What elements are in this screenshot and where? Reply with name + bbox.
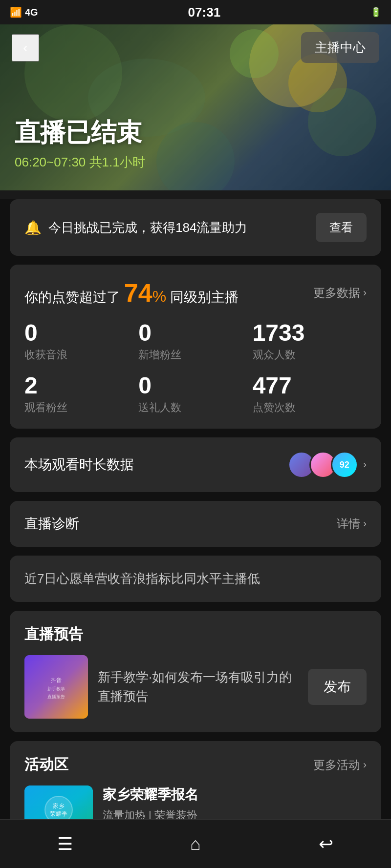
signal-icon: 📶 [10,6,22,18]
stat-item-5: 477 点赞次数 [253,374,367,415]
preview-tutorial-text: 新手教学·如何发布一场有吸引力的直播预告 [98,668,298,706]
preview-card: 直播预告 抖音 新手教学 直播预告 新手教学· [10,611,381,732]
diagnosis-title: 直播诊断 [24,515,79,533]
stat-value-4: 0 [138,374,252,397]
activity-name-0: 家乡荣耀季报名 [103,785,367,804]
stats-title-text: 你的点赞超过了 74% 同级别主播 [24,278,239,308]
stat-value-2: 1733 [253,321,367,345]
status-right: 🔋 [370,7,381,18]
live-time-info: 06:20~07:30 共1.1小时 [15,154,145,171]
warning-card: 近7日心愿单营收音浪指标比同水平主播低 [10,556,381,602]
svg-text:家乡: 家乡 [53,803,65,809]
stat-item-2: 1733 观众人数 [253,321,367,362]
stat-item-0: 0 收获音浪 [24,321,138,362]
hero-content: 直播已结束 06:20~07:30 共1.1小时 [15,116,145,171]
hero-section: ‹ 主播中心 直播已结束 06:20~07:30 共1.1小时 [0,24,391,190]
back-nav-icon: ↩ [319,834,333,854]
stat-value-3: 2 [24,374,138,397]
challenge-icon: 🔔 [24,220,42,236]
hero-nav: ‹ 主播中心 [0,24,391,71]
activity-chevron-icon: › [363,759,367,771]
status-bar: 📶 4G 07:31 🔋 [0,0,391,24]
status-time: 07:31 [188,5,221,20]
activity-header: 活动区 更多活动 › [24,755,367,775]
signal-text: 4G [25,7,38,18]
stats-card: 你的点赞超过了 74% 同级别主播 更多数据 › 0 收获音浪 0 新增粉丝 1… [10,265,381,429]
preview-content: 抖音 新手教学 直播预告 新手教学·如何发布一场有吸引力的直播预告 发布 [24,655,367,719]
status-left: 📶 4G [10,6,38,18]
preview-section-title: 直播预告 [24,624,367,644]
nav-menu-button[interactable]: ☰ [45,829,85,859]
view-challenge-button[interactable]: 查看 [316,213,367,242]
challenge-text: 🔔 今日挑战已完成，获得184流量助力 [24,219,247,236]
stat-value-0: 0 [24,321,138,345]
stat-value-5: 477 [253,374,367,397]
stats-header: 你的点赞超过了 74% 同级别主播 更多数据 › [24,278,367,308]
stats-percentage: 74 [124,279,152,307]
chevron-right-icon: › [363,287,367,299]
avatar-group: 92 [288,451,358,478]
diagnosis-chevron-icon: › [363,517,367,530]
publish-button[interactable]: 发布 [308,669,367,705]
stat-label-4: 送礼人数 [138,400,252,415]
svg-text:荣耀季: 荣耀季 [50,810,67,817]
diagnosis-card: 直播诊断 详情 › [10,501,381,547]
warning-text: 近7日心愿单营收音浪指标比同水平主播低 [24,571,260,586]
activity-title: 活动区 [24,755,68,775]
stat-label-3: 观看粉丝 [24,400,138,415]
preview-thumbnail: 抖音 新手教学 直播预告 [24,655,88,719]
watch-chevron-icon: › [363,458,367,471]
svg-point-3 [308,88,376,156]
stat-label-2: 观众人数 [253,348,367,362]
watch-duration-right: 92 › [288,451,367,478]
more-data-label: 更多数据 [313,285,360,301]
live-ended-title: 直播已结束 [15,116,145,150]
diagnosis-detail-link[interactable]: 详情 › [337,516,367,532]
preview-thumb-svg: 抖音 新手教学 直播预告 [24,655,88,719]
svg-text:直播预告: 直播预告 [47,694,65,699]
stat-label-1: 新增粉丝 [138,348,252,362]
more-activity-link[interactable]: 更多活动 › [313,757,367,773]
stats-percent-sign: % [152,288,166,305]
home-icon: ⌂ [190,834,201,854]
svg-text:新手教学: 新手教学 [47,686,65,691]
challenge-card: 🔔 今日挑战已完成，获得184流量助力 查看 [10,199,381,256]
stats-suffix: 同级别主播 [170,289,239,305]
stat-label-5: 点赞次数 [253,400,367,415]
battery-icon: 🔋 [370,7,381,18]
stat-item-3: 2 观看粉丝 [24,374,138,415]
stat-label-0: 收获音浪 [24,348,138,362]
nav-home-button[interactable]: ⌂ [176,829,215,859]
diagnosis-detail-label: 详情 [337,516,360,532]
avatar-3: 92 [331,451,358,478]
content-area: 🔔 今日挑战已完成，获得184流量助力 查看 你的点赞超过了 74% 同级别主播… [0,199,391,868]
watch-duration-card[interactable]: 本场观看时长数据 92 › [10,437,381,492]
host-center-button[interactable]: 主播中心 [301,32,379,63]
menu-icon: ☰ [57,834,73,854]
stats-prefix: 你的点赞超过了 [24,289,120,305]
watch-duration-title: 本场观看时长数据 [24,455,134,474]
stat-item-1: 0 新增粉丝 [138,321,252,362]
more-data-link[interactable]: 更多数据 › [313,285,367,301]
stat-value-1: 0 [138,321,252,345]
challenge-message: 今日挑战已完成，获得184流量助力 [48,219,247,236]
bottom-navigation: ☰ ⌂ ↩ [0,819,391,868]
stats-grid: 0 收获音浪 0 新增粉丝 1733 观众人数 2 观看粉丝 0 送礼人数 47… [24,321,367,415]
stat-item-4: 0 送礼人数 [138,374,252,415]
avatar-3-inner: 92 [332,453,357,477]
svg-text:抖音: 抖音 [50,677,62,683]
nav-back-button[interactable]: ↩ [306,829,346,859]
back-button[interactable]: ‹ [12,34,39,62]
more-activity-label: 更多活动 [313,757,360,773]
